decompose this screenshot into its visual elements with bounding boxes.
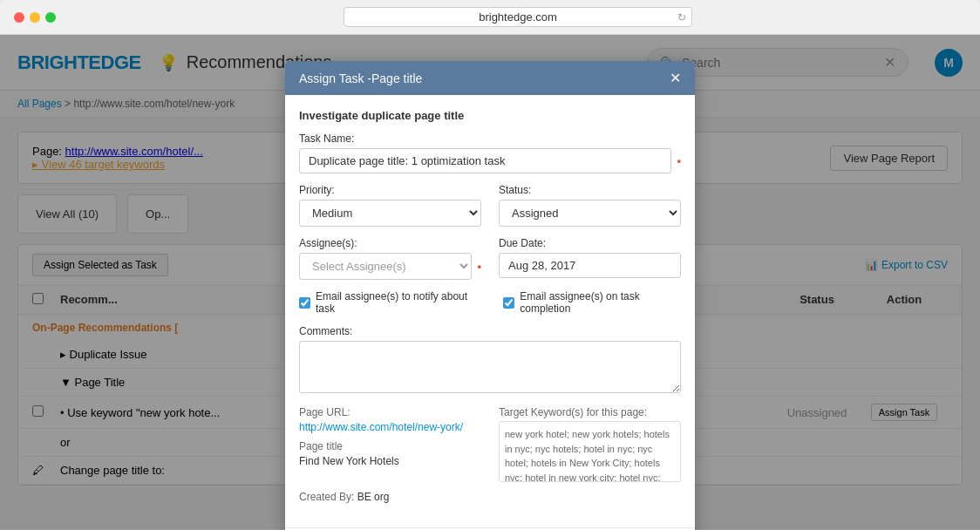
status-select[interactable]: Assigned — [499, 200, 681, 227]
dot-green[interactable] — [45, 12, 56, 23]
dot-yellow[interactable] — [30, 12, 40, 23]
keywords-info-label: Target Keyword(s) for this page: — [499, 406, 681, 418]
task-name-label: Task Name: — [299, 132, 681, 145]
assignee-duedate-row: Assignee(s): Select Assignee(s) • Due Da… — [299, 237, 681, 280]
due-date-input[interactable] — [499, 253, 681, 278]
status-label: Status: — [499, 184, 681, 196]
priority-label: Priority: — [299, 184, 481, 196]
checkbox-row: Email assignee(s) to notify about task E… — [299, 290, 681, 315]
browser-url-bar: brightedge.com ↻ — [70, 7, 966, 27]
page-url-info-value[interactable]: http://www.site.com/hotel/new-york/ — [299, 421, 481, 433]
page-title-info-value: Find New York Hotels — [299, 455, 481, 467]
url-bar[interactable]: brightedge.com ↻ — [344, 7, 692, 27]
task-name-row: Task Name: • — [299, 132, 681, 173]
assignee-label: Assignee(s): — [299, 237, 481, 249]
task-name-input[interactable] — [299, 148, 671, 173]
status-col: Status: Assigned — [499, 184, 681, 227]
refresh-icon[interactable]: ↻ — [677, 11, 686, 24]
dot-red[interactable] — [14, 12, 24, 23]
email-completion-checkbox[interactable] — [503, 297, 514, 309]
browser-chrome: brightedge.com ↻ — [0, 0, 980, 35]
assignee-col: Assignee(s): Select Assignee(s) • — [299, 237, 481, 280]
email-completion-label: Email assignee(s) on task completion — [520, 290, 681, 315]
email-notify-label: Email assignee(s) to notify about task — [316, 290, 477, 315]
modal-title: Assign Task -Page title — [299, 71, 422, 85]
page-url-info-label: Page URL: — [299, 406, 481, 418]
keywords-col: Target Keyword(s) for this page: new yor… — [499, 406, 681, 482]
priority-status-row: Priority: Medium Status: Assigned — [299, 184, 681, 227]
priority-select[interactable]: Medium — [299, 200, 481, 227]
browser-dots — [14, 12, 56, 23]
modal-close-button[interactable]: ✕ — [670, 70, 681, 86]
page-info-row: Page URL: http://www.site.com/hotel/new-… — [299, 406, 681, 482]
comments-row: Comments: — [299, 325, 681, 396]
app-container: BRIGHTEDGE 💡 Recommendations 🔍 ✕ M All P… — [0, 35, 980, 530]
modal-header: Assign Task -Page title ✕ — [285, 61, 695, 95]
duedate-col: Due Date: — [499, 237, 681, 280]
comments-label: Comments: — [299, 325, 681, 337]
created-by-section: Created By: BE org — [299, 491, 681, 503]
comments-textarea[interactable] — [299, 341, 681, 393]
assignee-required-dot: • — [477, 260, 481, 273]
created-by-label: Created By: — [299, 491, 354, 503]
modal-subtitle: Investigate duplicate page title — [299, 109, 681, 122]
priority-col: Priority: Medium — [299, 184, 481, 227]
required-dot: • — [677, 154, 681, 167]
page-url-col: Page URL: http://www.site.com/hotel/new-… — [299, 406, 481, 482]
assignee-select[interactable]: Select Assignee(s) — [299, 253, 472, 280]
email-notify-checkbox-label: Email assignee(s) to notify about task — [299, 290, 477, 315]
url-text: brightedge.com — [479, 10, 557, 24]
due-date-label: Due Date: — [499, 237, 681, 249]
email-completion-checkbox-label: Email assignee(s) on task completion — [503, 290, 681, 315]
keywords-box: new york hotel; new york hotels; hotels … — [499, 421, 681, 482]
modal: Assign Task -Page title ✕ Investigate du… — [285, 61, 695, 530]
page-title-info-label: Page title — [299, 440, 481, 452]
email-notify-checkbox[interactable] — [299, 297, 310, 309]
modal-overlay: Assign Task -Page title ✕ Investigate du… — [0, 35, 980, 530]
created-by-value: BE org — [357, 491, 390, 503]
modal-body: Investigate duplicate page title Task Na… — [285, 95, 695, 527]
